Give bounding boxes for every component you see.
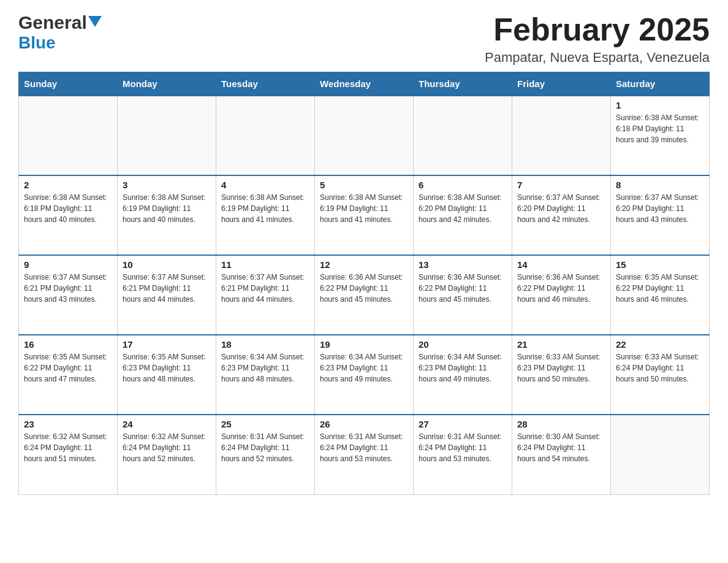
day-info: Sunrise: 6:35 AM Sunset: 6:22 PM Dayligh… xyxy=(616,272,704,305)
day-number: 2 xyxy=(24,180,112,190)
calendar-header-row: Sunday Monday Tuesday Wednesday Thursday… xyxy=(19,72,710,96)
day-number: 13 xyxy=(419,259,507,270)
day-info: Sunrise: 6:35 AM Sunset: 6:22 PM Dayligh… xyxy=(24,351,112,385)
table-row: 13Sunrise: 6:36 AM Sunset: 6:22 PM Dayli… xyxy=(414,255,512,335)
calendar-table: Sunday Monday Tuesday Wednesday Thursday… xyxy=(18,72,710,495)
day-info: Sunrise: 6:36 AM Sunset: 6:22 PM Dayligh… xyxy=(419,272,507,305)
day-number: 3 xyxy=(123,180,211,190)
col-monday: Monday xyxy=(118,72,216,96)
day-info: Sunrise: 6:32 AM Sunset: 6:24 PM Dayligh… xyxy=(24,431,112,464)
day-number: 6 xyxy=(419,180,507,190)
day-number: 27 xyxy=(419,419,507,429)
calendar-week-row: 16Sunrise: 6:35 AM Sunset: 6:22 PM Dayli… xyxy=(19,335,710,415)
page-header: General Blue February 2025 Pampatar, Nue… xyxy=(18,12,710,66)
day-number: 19 xyxy=(320,339,408,350)
day-info: Sunrise: 6:32 AM Sunset: 6:24 PM Dayligh… xyxy=(123,431,211,464)
calendar-week-row: 1Sunrise: 6:38 AM Sunset: 6:18 PM Daylig… xyxy=(19,96,710,175)
calendar-week-row: 2Sunrise: 6:38 AM Sunset: 6:18 PM Daylig… xyxy=(19,175,710,255)
table-row: 14Sunrise: 6:36 AM Sunset: 6:22 PM Dayli… xyxy=(512,255,611,335)
col-friday: Friday xyxy=(512,72,611,96)
day-info: Sunrise: 6:36 AM Sunset: 6:22 PM Dayligh… xyxy=(517,272,605,305)
table-row: 6Sunrise: 6:38 AM Sunset: 6:20 PM Daylig… xyxy=(414,175,512,255)
table-row xyxy=(315,96,414,175)
day-info: Sunrise: 6:34 AM Sunset: 6:23 PM Dayligh… xyxy=(419,351,507,385)
table-row: 22Sunrise: 6:33 AM Sunset: 6:24 PM Dayli… xyxy=(611,335,710,415)
day-info: Sunrise: 6:33 AM Sunset: 6:24 PM Dayligh… xyxy=(616,351,704,385)
table-row: 24Sunrise: 6:32 AM Sunset: 6:24 PM Dayli… xyxy=(118,415,216,494)
month-title: February 2025 xyxy=(485,12,710,47)
col-saturday: Saturday xyxy=(611,72,710,96)
day-number: 11 xyxy=(221,259,309,270)
title-block: February 2025 Pampatar, Nueva Esparta, V… xyxy=(485,12,710,66)
day-number: 9 xyxy=(24,259,112,270)
logo-triangle-icon xyxy=(88,16,102,27)
day-number: 24 xyxy=(123,419,211,429)
day-number: 7 xyxy=(517,180,605,190)
day-number: 12 xyxy=(320,259,408,270)
day-number: 25 xyxy=(221,419,309,429)
logo: General Blue xyxy=(18,12,102,53)
day-number: 16 xyxy=(24,339,112,350)
day-info: Sunrise: 6:37 AM Sunset: 6:21 PM Dayligh… xyxy=(221,272,309,305)
day-info: Sunrise: 6:38 AM Sunset: 6:18 PM Dayligh… xyxy=(616,112,704,145)
table-row: 21Sunrise: 6:33 AM Sunset: 6:23 PM Dayli… xyxy=(512,335,611,415)
day-number: 21 xyxy=(517,339,605,350)
day-number: 8 xyxy=(616,180,704,190)
day-info: Sunrise: 6:34 AM Sunset: 6:23 PM Dayligh… xyxy=(221,351,309,385)
table-row: 18Sunrise: 6:34 AM Sunset: 6:23 PM Dayli… xyxy=(216,335,315,415)
day-number: 22 xyxy=(616,339,704,350)
table-row xyxy=(216,96,315,175)
day-info: Sunrise: 6:30 AM Sunset: 6:24 PM Dayligh… xyxy=(517,431,605,464)
table-row xyxy=(19,96,118,175)
day-info: Sunrise: 6:37 AM Sunset: 6:20 PM Dayligh… xyxy=(517,192,605,225)
table-row: 23Sunrise: 6:32 AM Sunset: 6:24 PM Dayli… xyxy=(19,415,118,494)
day-info: Sunrise: 6:36 AM Sunset: 6:22 PM Dayligh… xyxy=(320,272,408,305)
table-row: 28Sunrise: 6:30 AM Sunset: 6:24 PM Dayli… xyxy=(512,415,611,494)
day-info: Sunrise: 6:31 AM Sunset: 6:24 PM Dayligh… xyxy=(320,431,408,464)
day-number: 14 xyxy=(517,259,605,270)
table-row: 16Sunrise: 6:35 AM Sunset: 6:22 PM Dayli… xyxy=(19,335,118,415)
calendar-week-row: 23Sunrise: 6:32 AM Sunset: 6:24 PM Dayli… xyxy=(19,415,710,494)
table-row: 10Sunrise: 6:37 AM Sunset: 6:21 PM Dayli… xyxy=(118,255,216,335)
day-number: 1 xyxy=(616,100,704,110)
day-number: 23 xyxy=(24,419,112,429)
location-title: Pampatar, Nueva Esparta, Venezuela xyxy=(485,50,710,66)
day-info: Sunrise: 6:35 AM Sunset: 6:23 PM Dayligh… xyxy=(123,351,211,385)
table-row: 4Sunrise: 6:38 AM Sunset: 6:19 PM Daylig… xyxy=(216,175,315,255)
table-row: 3Sunrise: 6:38 AM Sunset: 6:19 PM Daylig… xyxy=(118,175,216,255)
day-info: Sunrise: 6:38 AM Sunset: 6:20 PM Dayligh… xyxy=(419,192,507,225)
table-row: 20Sunrise: 6:34 AM Sunset: 6:23 PM Dayli… xyxy=(414,335,512,415)
table-row: 8Sunrise: 6:37 AM Sunset: 6:20 PM Daylig… xyxy=(611,175,710,255)
col-sunday: Sunday xyxy=(19,72,118,96)
table-row xyxy=(118,96,216,175)
day-info: Sunrise: 6:37 AM Sunset: 6:21 PM Dayligh… xyxy=(123,272,211,305)
col-thursday: Thursday xyxy=(414,72,512,96)
day-info: Sunrise: 6:38 AM Sunset: 6:18 PM Dayligh… xyxy=(24,192,112,225)
day-info: Sunrise: 6:37 AM Sunset: 6:21 PM Dayligh… xyxy=(24,272,112,305)
table-row: 5Sunrise: 6:38 AM Sunset: 6:19 PM Daylig… xyxy=(315,175,414,255)
day-info: Sunrise: 6:34 AM Sunset: 6:23 PM Dayligh… xyxy=(320,351,408,385)
table-row: 1Sunrise: 6:38 AM Sunset: 6:18 PM Daylig… xyxy=(611,96,710,175)
day-number: 10 xyxy=(123,259,211,270)
table-row: 9Sunrise: 6:37 AM Sunset: 6:21 PM Daylig… xyxy=(19,255,118,335)
table-row: 26Sunrise: 6:31 AM Sunset: 6:24 PM Dayli… xyxy=(315,415,414,494)
day-info: Sunrise: 6:33 AM Sunset: 6:23 PM Dayligh… xyxy=(517,351,605,385)
col-wednesday: Wednesday xyxy=(315,72,414,96)
day-info: Sunrise: 6:37 AM Sunset: 6:20 PM Dayligh… xyxy=(616,192,704,225)
day-number: 18 xyxy=(221,339,309,350)
day-number: 17 xyxy=(123,339,211,350)
day-number: 5 xyxy=(320,180,408,190)
table-row: 11Sunrise: 6:37 AM Sunset: 6:21 PM Dayli… xyxy=(216,255,315,335)
day-number: 28 xyxy=(517,419,605,429)
table-row: 25Sunrise: 6:31 AM Sunset: 6:24 PM Dayli… xyxy=(216,415,315,494)
col-tuesday: Tuesday xyxy=(216,72,315,96)
logo-blue-text: Blue xyxy=(18,33,56,53)
table-row: 7Sunrise: 6:37 AM Sunset: 6:20 PM Daylig… xyxy=(512,175,611,255)
day-info: Sunrise: 6:38 AM Sunset: 6:19 PM Dayligh… xyxy=(221,192,309,225)
logo-general-text: General xyxy=(18,12,87,33)
day-info: Sunrise: 6:38 AM Sunset: 6:19 PM Dayligh… xyxy=(320,192,408,225)
table-row: 17Sunrise: 6:35 AM Sunset: 6:23 PM Dayli… xyxy=(118,335,216,415)
table-row: 2Sunrise: 6:38 AM Sunset: 6:18 PM Daylig… xyxy=(19,175,118,255)
table-row: 27Sunrise: 6:31 AM Sunset: 6:24 PM Dayli… xyxy=(414,415,512,494)
table-row: 12Sunrise: 6:36 AM Sunset: 6:22 PM Dayli… xyxy=(315,255,414,335)
